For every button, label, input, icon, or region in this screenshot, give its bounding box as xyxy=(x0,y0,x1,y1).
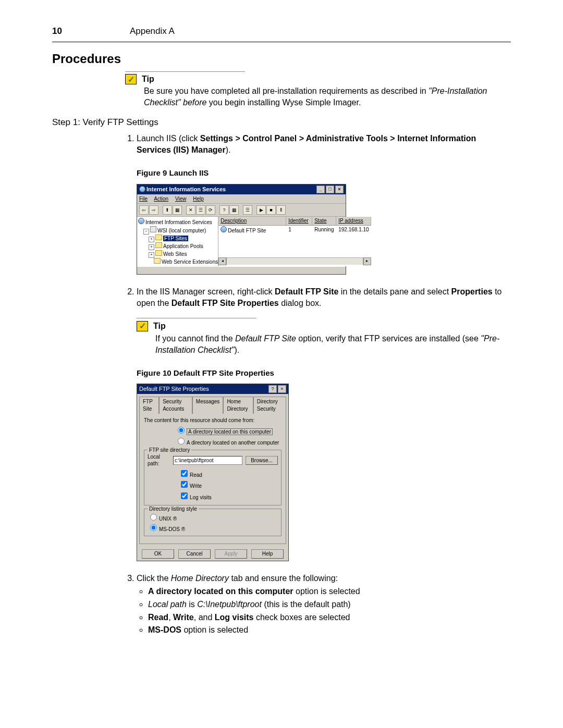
bullet-item: Read, Write, and Log visits check boxes … xyxy=(148,612,511,623)
dialog-title: Default FTP Site Properties xyxy=(139,385,209,393)
local-path-input[interactable] xyxy=(173,456,242,465)
figure-9-caption: Figure 9 Launch IIS xyxy=(137,168,511,178)
section-title: Procedures xyxy=(52,52,511,66)
menu-help[interactable]: Help xyxy=(193,196,204,202)
globe-icon xyxy=(138,218,144,224)
server-icon xyxy=(150,226,156,232)
menu-file[interactable]: File xyxy=(139,196,148,202)
toolbar-button[interactable]: ☰ xyxy=(243,205,252,215)
iis-app-icon xyxy=(139,186,145,192)
col-state[interactable]: State xyxy=(312,217,336,225)
checkbox-write[interactable] xyxy=(181,481,188,488)
tree-root[interactable]: Internet Information Services xyxy=(145,219,212,225)
tab-directory-security[interactable]: Directory Security xyxy=(253,397,286,414)
checkbox-read-label: Read xyxy=(190,472,202,478)
browse-button[interactable]: Browse... xyxy=(246,456,278,465)
tip-label: Tip xyxy=(153,320,166,332)
header-divider xyxy=(52,42,511,42)
iis-toolbar: ⇦ ⇨ ⬆ ▦ ✕ ☰ ⟳ ? ▦ ☰ ▶ ■ Ⅱ xyxy=(137,204,346,217)
expand-icon[interactable]: + xyxy=(149,237,154,242)
tab-home-directory[interactable]: Home Directory xyxy=(223,397,253,414)
iis-menubar: File Action View Help xyxy=(137,194,346,204)
tip-rule xyxy=(137,318,256,318)
expand-icon[interactable]: + xyxy=(149,244,154,250)
procedure-step-2: In the IIS Manager screen, right-click D… xyxy=(137,286,511,561)
local-path-label: Local path: xyxy=(148,453,170,467)
dialog-tabs: FTP Site Security Accounts Messages Home… xyxy=(137,394,288,413)
refresh-button[interactable]: ⟳ xyxy=(206,205,215,215)
back-button[interactable]: ⇦ xyxy=(139,205,149,215)
iis-tree-pane: Internet Information Services −WSI (loca… xyxy=(137,217,218,266)
minimize-button[interactable]: _ xyxy=(316,186,325,193)
maximize-button[interactable]: □ xyxy=(326,186,334,193)
content-from-label: The content for this resource should com… xyxy=(144,417,282,424)
col-identifier[interactable]: Identifier xyxy=(286,217,312,225)
tree-ftp-sites[interactable]: FTP Sites xyxy=(163,236,188,241)
tab-security-accounts[interactable]: Security Accounts xyxy=(159,397,192,414)
ok-button[interactable]: OK xyxy=(142,549,174,559)
radio-local-label: A directory located on this computer xyxy=(187,428,273,435)
apply-button[interactable]: Apply xyxy=(215,549,247,559)
close-button[interactable]: × xyxy=(278,385,286,393)
tip-label: Tip xyxy=(142,75,154,84)
folder-icon xyxy=(155,250,162,256)
tree-computer[interactable]: WSI (local computer) xyxy=(157,228,206,233)
menu-action[interactable]: Action xyxy=(154,196,168,202)
tip-rule xyxy=(125,71,245,72)
tree-web-ext[interactable]: Web Service Extensions xyxy=(162,259,218,265)
dialog-titlebar: Default FTP Site Properties ? × xyxy=(137,384,288,394)
bullet-item: MS-DOS option is selected xyxy=(148,624,511,636)
radio-unix[interactable] xyxy=(150,514,157,521)
scroll-left-icon[interactable]: ◂ xyxy=(218,257,226,265)
help-button[interactable]: Help xyxy=(251,549,284,559)
checkbox-log-visits[interactable] xyxy=(181,492,188,499)
iis-window-title: Internet Information Services xyxy=(146,186,226,193)
forward-button[interactable]: ⇨ xyxy=(149,205,158,215)
tip-body: Be sure you have completed all pre-insta… xyxy=(144,85,511,108)
toolbar-button[interactable]: ▦ xyxy=(173,205,182,215)
radio-remote-label: A directory located on another computer xyxy=(187,440,279,446)
toolbar-button[interactable]: ✕ xyxy=(186,205,195,215)
step-heading: Step 1: Verify FTP Settings xyxy=(52,117,511,128)
checkbox-read[interactable] xyxy=(181,470,188,477)
tab-panel: The content for this resource should com… xyxy=(139,413,286,544)
tab-messages[interactable]: Messages xyxy=(192,397,224,414)
up-button[interactable]: ⬆ xyxy=(163,205,172,215)
radio-local-directory[interactable] xyxy=(178,427,185,434)
help-button[interactable]: ? xyxy=(268,385,277,393)
iis-titlebar: Internet Information Services _ □ × xyxy=(137,184,346,194)
close-button[interactable]: × xyxy=(335,186,344,193)
checkmark-icon: ✓ xyxy=(137,321,148,331)
toolbar-button[interactable]: ? xyxy=(219,205,229,215)
tree-web-sites[interactable]: Web Sites xyxy=(163,251,187,257)
iis-window: Internet Information Services _ □ × File… xyxy=(137,184,346,275)
tip-body: If you cannot find the Default FTP Site … xyxy=(155,333,511,355)
toolbar-button[interactable]: ▦ xyxy=(229,205,239,215)
folder-icon xyxy=(155,235,162,240)
radio-unix-label: UNIX ® xyxy=(159,516,177,522)
ftp-properties-dialog: Default FTP Site Properties ? × FTP Site… xyxy=(137,384,289,561)
radio-remote-directory[interactable] xyxy=(178,438,185,445)
menu-view[interactable]: View xyxy=(175,196,187,202)
tab-ftp-site[interactable]: FTP Site xyxy=(139,397,159,414)
iis-list-pane: Description Identifier State IP address … xyxy=(218,217,371,266)
cancel-button[interactable]: Cancel xyxy=(178,549,211,559)
col-ip-address[interactable]: IP address xyxy=(336,217,371,225)
checkbox-write-label: Write xyxy=(190,483,202,489)
expand-icon[interactable]: − xyxy=(143,229,149,235)
stop-button[interactable]: ■ xyxy=(266,205,276,215)
list-row[interactable]: Default FTP Site 1 Running 192.168.1.10 xyxy=(218,226,371,235)
group-directory-listing-style: Directory listing style UNIX ® MS-DOS ® xyxy=(144,509,282,536)
expand-icon[interactable]: + xyxy=(149,252,154,258)
radio-msdos[interactable] xyxy=(150,524,157,531)
site-icon xyxy=(221,226,227,232)
tree-app-pools[interactable]: Application Pools xyxy=(163,243,203,249)
properties-button[interactable]: ☰ xyxy=(196,205,205,215)
scroll-right-icon[interactable]: ▸ xyxy=(363,257,371,265)
horizontal-scrollbar[interactable]: ◂ ▸ xyxy=(218,257,371,265)
play-button[interactable]: ▶ xyxy=(256,205,266,215)
checkmark-icon: ✓ xyxy=(125,74,137,84)
pause-button[interactable]: Ⅱ xyxy=(276,205,286,215)
group-ftp-site-directory: FTP site directory Local path: Browse...… xyxy=(144,450,282,506)
col-description[interactable]: Description xyxy=(218,217,286,225)
